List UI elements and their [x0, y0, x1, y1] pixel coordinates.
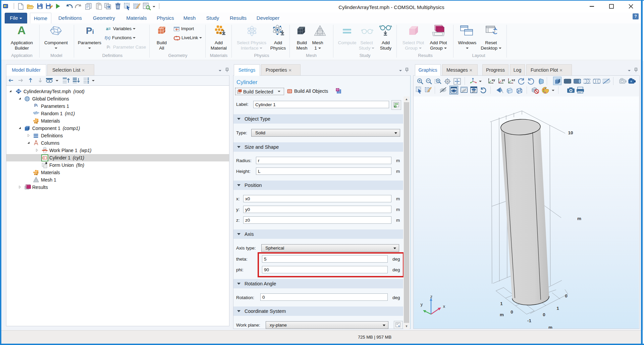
svg-text:10: 10 [568, 130, 573, 135]
svg-text:xy: xy [492, 78, 495, 82]
svg-text:y: y [421, 302, 423, 307]
svg-text:-1: -1 [527, 318, 531, 323]
svg-text:xz: xz [512, 79, 515, 82]
svg-text:m: m [577, 216, 581, 221]
svg-text:0: 0 [543, 312, 545, 317]
svg-text:z: z [430, 294, 433, 299]
svg-text:x: x [443, 304, 445, 309]
svg-text:1: 1 [556, 306, 559, 311]
svg-text:1: 1 [500, 301, 503, 306]
svg-text:yz: yz [502, 78, 505, 82]
svg-text:m: m [500, 312, 504, 317]
svg-text:0: 0 [511, 309, 513, 315]
svg-text:m: m [548, 325, 552, 329]
svg-text:0: 0 [565, 293, 568, 298]
